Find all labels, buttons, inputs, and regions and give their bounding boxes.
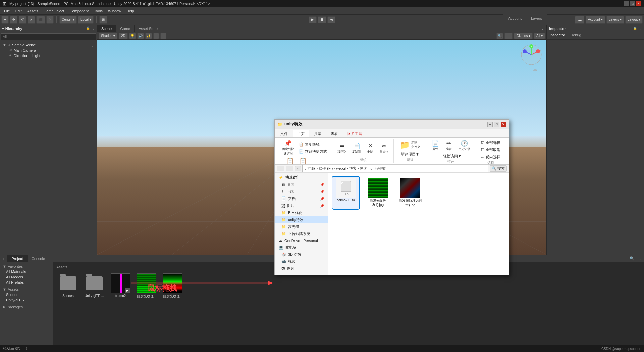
audio-button[interactable]: 🔊: [137, 33, 144, 39]
menu-component[interactable]: Component: [67, 8, 91, 14]
transform-tool[interactable]: ✕: [46, 16, 54, 24]
fe-deselect-all-btn[interactable]: ☐ 全部取消: [480, 147, 502, 153]
hand-tool[interactable]: ✛: [1, 16, 9, 24]
fe-side-upload[interactable]: 📁 上传缺陷系统: [275, 230, 328, 237]
fe-file-tex1[interactable]: 自发光纹理3(1).jpg: [365, 177, 391, 209]
fe-moveto-btn[interactable]: ➡ 移动到: [335, 142, 348, 155]
scene-toggle-1[interactable]: ⋮: [504, 33, 513, 39]
sidebar-all-models[interactable]: All Models: [1, 274, 52, 280]
fx-button[interactable]: ✨: [145, 33, 152, 39]
menu-help[interactable]: Help: [124, 8, 137, 14]
menu-file[interactable]: File: [1, 8, 13, 14]
fe-side-downloads[interactable]: ⬇ 下载 📌: [275, 188, 328, 195]
menu-assets[interactable]: Assets: [24, 8, 41, 14]
account-tab[interactable]: Account: [503, 16, 526, 21]
hierarchy-lock-icon[interactable]: 🔒: [86, 26, 90, 31]
fe-side-pictures[interactable]: 🖼 图片 📌: [275, 202, 328, 209]
assets-expand-icon[interactable]: ▼: [3, 287, 6, 291]
fe-copyto-btn[interactable]: 📄 复制到: [350, 142, 363, 155]
tab-game[interactable]: Game: [116, 25, 135, 32]
fe-side-quick-access[interactable]: ⚡ 快速访问: [275, 174, 328, 181]
fe-select-all-btn[interactable]: ☑ 全部选择: [480, 140, 502, 146]
menu-gameobject[interactable]: GameObject: [41, 8, 67, 14]
light-eye-icon[interactable]: 👁: [9, 54, 12, 57]
tab-scene[interactable]: Scene: [97, 25, 116, 32]
account-button[interactable]: Account ▾: [586, 16, 605, 24]
project-item-unitygltf[interactable]: Unity-glTF-...: [83, 273, 106, 299]
layers-tab[interactable]: Layers: [526, 16, 547, 21]
pause-button[interactable]: ⏸: [318, 16, 326, 23]
fe-maximize-btn[interactable]: □: [494, 122, 499, 127]
fe-forward-btn[interactable]: →: [286, 166, 293, 171]
fe-side-pics[interactable]: 🖼 图片: [275, 265, 328, 272]
hierarchy-item-maincamera[interactable]: 👁 Main Camera: [1, 48, 96, 53]
scene-visibility-button[interactable]: ☰: [153, 33, 159, 39]
layout-button[interactable]: Layout ▾: [625, 16, 643, 24]
fe-up-btn[interactable]: ↑: [295, 166, 301, 171]
sidebar-scenes[interactable]: Scenes: [1, 292, 52, 297]
sidebar-unity-gltf[interactable]: Unity-glTF-...: [1, 297, 52, 303]
menu-edit[interactable]: Edit: [13, 8, 24, 14]
rotate-tool[interactable]: ↺: [19, 16, 26, 24]
fe-paste-shortcut-btn[interactable]: 📄 粘贴快捷方式: [298, 148, 328, 155]
fe-side-desktop[interactable]: 🖥 桌面 📌: [275, 181, 328, 188]
pivot-button[interactable]: Center ▾: [59, 16, 77, 24]
lighting-button[interactable]: 💡: [129, 33, 136, 39]
hierarchy-menu-icon[interactable]: ⋮: [91, 26, 95, 31]
fe-back-btn[interactable]: ←: [277, 166, 284, 171]
all-button[interactable]: All ▾: [534, 33, 545, 39]
sidebar-all-materials[interactable]: All Materials: [1, 269, 52, 274]
inspector-debug-tab[interactable]: Debug: [568, 32, 584, 39]
fe-copy-btn[interactable]: 📋 复制: [284, 157, 296, 165]
gizmos-button[interactable]: Gizmos ▾: [514, 33, 533, 39]
favorites-expand-icon[interactable]: ▼: [3, 264, 6, 268]
grid-button[interactable]: ⋮: [160, 33, 166, 39]
fe-delete-btn[interactable]: ✕ 删除: [364, 142, 376, 155]
scale-tool[interactable]: ⤢: [28, 16, 35, 24]
fe-history-btn[interactable]: 🕑 历史记录: [456, 140, 472, 152]
fe-new-item-btn[interactable]: 新建项目▼: [399, 151, 421, 158]
tab-project[interactable]: Project: [7, 255, 27, 262]
fe-edit-btn[interactable]: ✏ 编辑: [443, 140, 455, 152]
fe-copy-path-btn[interactable]: 📋 复制路径: [298, 141, 328, 148]
fe-paste-btn[interactable]: 📋 粘贴: [297, 157, 309, 165]
play-button[interactable]: ▶: [309, 16, 317, 23]
hierarchy-item-samplescene[interactable]: ▼ 👁 SampleScene* ⋮: [1, 42, 96, 48]
project-item-baimo2[interactable]: ▶ baimo2: [109, 273, 132, 299]
project-search-icon[interactable]: 🔍: [628, 256, 636, 261]
shading-mode-button[interactable]: Shaded ▾: [99, 33, 117, 39]
close-button[interactable]: ✕: [636, 1, 641, 6]
2d-button[interactable]: 2D: [119, 33, 128, 39]
fe-tab-home[interactable]: 主页: [293, 130, 309, 137]
scene-eye-icon[interactable]: 👁: [8, 43, 11, 47]
tab-console[interactable]: Console: [28, 255, 49, 262]
sidebar-all-prefabs[interactable]: All Prefabs: [1, 280, 52, 285]
fe-tab-share[interactable]: 共享: [310, 130, 326, 137]
fe-side-onedrive[interactable]: ☁ OneDrive - Personal: [275, 237, 328, 244]
project-item-texture-green[interactable]: 自发光纹理...: [135, 273, 158, 299]
inspector-menu-icon[interactable]: ⋮: [638, 26, 642, 31]
inspector-normal-tab[interactable]: Inspector: [547, 32, 568, 39]
fe-side-highgloss[interactable]: 📁 高光泽: [275, 223, 328, 230]
inspector-lock-icon[interactable]: 🔒: [633, 27, 637, 30]
menu-window[interactable]: Window: [105, 8, 124, 14]
project-item-scenes[interactable]: Scenes: [56, 273, 80, 299]
fe-side-bim[interactable]: 📁 BIM优化: [275, 209, 328, 216]
fe-easy-access-btn[interactable]: ↓ 轻松访问▼: [439, 153, 463, 159]
hierarchy-search[interactable]: [1, 33, 96, 40]
project-item-texture-color[interactable]: 自发光纹理...: [161, 273, 184, 299]
fe-minimize-btn[interactable]: ─: [487, 122, 493, 127]
hierarchy-scene-menu[interactable]: ⋮: [91, 43, 94, 47]
hierarchy-add-btn[interactable]: +: [2, 27, 4, 30]
fe-tab-file[interactable]: 文件: [276, 130, 292, 137]
fe-side-unity[interactable]: 📁 unity特效: [275, 216, 328, 223]
collab-button[interactable]: ☁: [575, 16, 584, 24]
menu-tools[interactable]: Tools: [91, 8, 105, 14]
fe-properties-btn[interactable]: 📄 属性: [429, 140, 441, 152]
maximize-button[interactable]: □: [630, 1, 635, 6]
fe-invert-btn[interactable]: ↔ 反向选择: [479, 154, 502, 160]
camera-eye-icon[interactable]: 👁: [9, 49, 12, 52]
move-tool[interactable]: ✥: [10, 16, 17, 24]
fe-side-thispc[interactable]: 💻 此电脑: [275, 244, 328, 251]
scene-maximize-icon[interactable]: ⋮: [539, 26, 546, 31]
